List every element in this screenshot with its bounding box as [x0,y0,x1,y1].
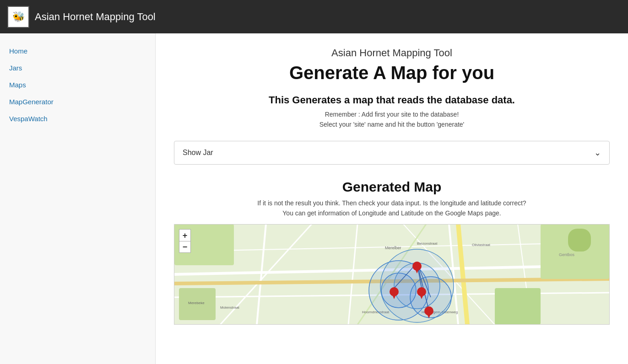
svg-text:Merebeke: Merebeke [188,301,205,305]
sidebar-item-home[interactable]: Home [0,43,155,59]
map-view[interactable]: + − [174,224,610,325]
svg-rect-17 [495,288,541,324]
logo-icon: 🐝 [12,11,25,23]
svg-rect-14 [568,229,591,252]
zoom-in-button[interactable]: + [179,229,191,241]
svg-text:Merelber: Merelber [385,246,401,250]
svg-text:Oliviastraat: Oliviastraat [472,243,491,247]
map-zoom-controls: + − [179,229,191,253]
zoom-out-button[interactable]: − [179,241,191,253]
description-sub1: Remember : Add first your site to the da… [174,111,610,118]
sidebar-item-vespawatch[interactable]: VespaWatch [0,110,155,127]
map-description-1: If it is not the result you think. Then … [174,199,610,207]
app-title: Asian Hornet Mapping Tool [35,11,156,23]
sidebar: Home Jars Maps MapGenerator VespaWatch [0,33,156,364]
show-jar-dropdown[interactable]: Show Jar ⌄ [174,141,610,165]
page-subtitle: Asian Hornet Mapping Tool [174,47,610,59]
description-main: This Generates a map that reads the data… [174,94,610,106]
svg-text:Molenstraat: Molenstraat [220,305,240,310]
chevron-down-icon: ⌄ [594,148,601,158]
sidebar-item-mapgenerator[interactable]: MapGenerator [0,93,155,110]
dropdown-label: Show Jar [183,149,213,157]
map-svg: Merelber Biezonstraat Oliviastraat Gentb… [174,225,609,324]
svg-text:Biezonstraat: Biezonstraat [417,241,438,246]
svg-text:Gentbos: Gentbos [559,252,575,257]
map-description-2: You can get information of Longitude and… [174,209,610,217]
page-title: Generate A Map for you [174,63,610,83]
generated-map-title: Generated Map [174,179,610,195]
app-header: 🐝 Asian Hornet Mapping Tool [0,0,628,33]
description-sub2: Select your 'site' name and hit the butt… [174,121,610,128]
sidebar-item-maps[interactable]: Maps [0,76,155,93]
app-logo: 🐝 [7,6,29,28]
main-layout: Home Jars Maps MapGenerator VespaWatch A… [0,33,628,364]
sidebar-item-jars[interactable]: Jars [0,59,155,76]
main-content: Asian Hornet Mapping Tool Generate A Map… [156,33,628,364]
